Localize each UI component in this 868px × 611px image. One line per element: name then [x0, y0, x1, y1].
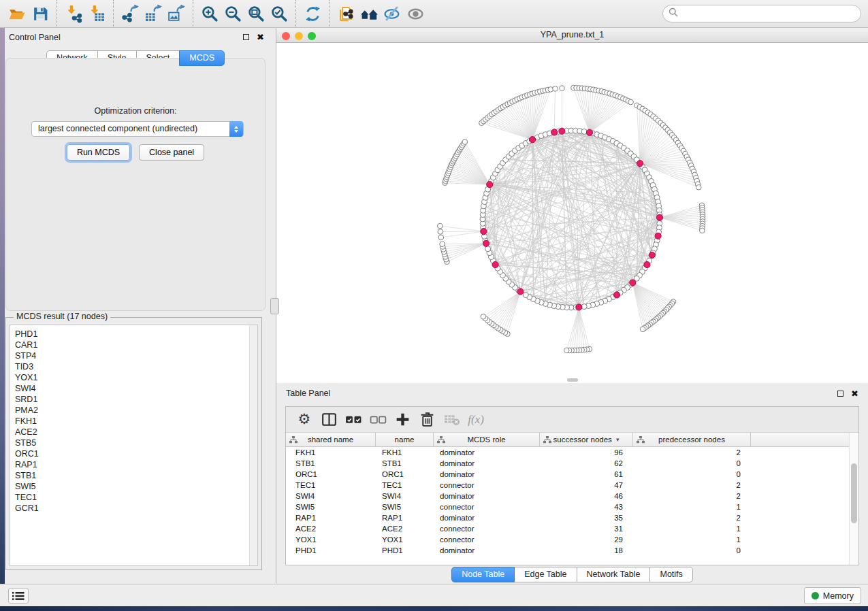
mcds-hub-node[interactable] [586, 129, 592, 135]
column-header-MCDS-role[interactable]: MCDS role [434, 433, 540, 446]
table-scrollbar[interactable] [849, 433, 858, 565]
zoom-in-icon[interactable] [198, 2, 221, 25]
mcds-hub-node[interactable] [529, 137, 535, 143]
zoom-out-icon[interactable] [221, 2, 244, 25]
table-row[interactable]: SWI5SWI5connector431 [286, 501, 849, 512]
close-table-panel-icon[interactable]: ✖ [851, 391, 858, 397]
mcds-hub-node[interactable] [481, 229, 487, 235]
import-table-icon[interactable] [85, 2, 108, 25]
export-table-icon[interactable] [142, 2, 165, 25]
mcds-hub-node[interactable] [655, 233, 661, 239]
open-folder-icon[interactable] [5, 2, 29, 25]
share-session-icon[interactable] [334, 2, 357, 25]
network-canvas[interactable] [276, 43, 868, 383]
tab-motifs[interactable]: Motifs [649, 567, 692, 582]
leaf-node[interactable] [700, 228, 705, 233]
float-panel-icon[interactable] [243, 34, 249, 40]
hide-graphics-icon[interactable] [381, 2, 404, 25]
table-scrollbar-thumb[interactable] [851, 463, 857, 523]
leaf-node[interactable] [440, 242, 445, 247]
float-table-panel-icon[interactable] [837, 391, 843, 397]
leaf-node[interactable] [481, 314, 486, 320]
mcds-result-item[interactable]: ORC1 [10, 448, 257, 459]
leaf-node[interactable] [438, 235, 444, 240]
column-header-successor-nodes[interactable]: successor nodes▾ [540, 433, 633, 446]
mcds-list-scrollbar[interactable] [249, 325, 257, 565]
leaf-node[interactable] [438, 223, 443, 229]
mcds-hub-node[interactable] [644, 261, 650, 267]
leaf-node[interactable] [462, 139, 468, 145]
task-history-button[interactable] [8, 588, 29, 604]
deselect-all-icon[interactable] [368, 410, 388, 430]
table-row[interactable]: YOX1YOX1connector291 [286, 534, 849, 545]
table-row[interactable]: FKH1FKH1dominator962 [286, 447, 849, 458]
memory-button[interactable]: Memory [804, 587, 861, 604]
mcds-hub-node[interactable] [637, 161, 643, 167]
mcds-hub-node[interactable] [656, 214, 662, 220]
leaf-node[interactable] [640, 327, 645, 332]
mcds-hub-node[interactable] [551, 129, 558, 135]
import-network-icon[interactable] [62, 2, 85, 25]
table-row[interactable]: ACE2ACE2connector311 [286, 523, 849, 534]
mcds-result-item[interactable]: STB5 [10, 437, 257, 448]
table-row[interactable]: TEC1TEC1connector472 [286, 480, 849, 491]
network-splitter-handle[interactable] [567, 378, 578, 382]
mcds-hub-node[interactable] [487, 182, 493, 188]
zoom-selected-icon[interactable] [268, 2, 291, 25]
network-graph[interactable] [276, 43, 867, 382]
column-header-shared-name[interactable]: shared name [286, 433, 376, 446]
home-icon[interactable] [357, 2, 381, 25]
table-row[interactable]: PHD1PHD1dominator180 [286, 545, 849, 556]
mcds-result-item[interactable]: TID3 [10, 361, 257, 372]
mcds-hub-node[interactable] [483, 240, 489, 246]
columns-icon[interactable] [319, 410, 339, 430]
column-header-name[interactable]: name [376, 433, 434, 446]
table-row[interactable]: ORC1ORC1dominator610 [286, 469, 849, 480]
mcds-hub-node[interactable] [576, 304, 582, 310]
tab-node-table[interactable]: Node Table [451, 567, 515, 582]
search-input[interactable] [681, 9, 855, 18]
mcds-result-item[interactable]: CAR1 [10, 340, 257, 350]
delete-icon[interactable] [417, 410, 437, 430]
refresh-icon[interactable] [301, 2, 324, 25]
mcds-hub-node[interactable] [517, 288, 524, 295]
mcds-result-item[interactable]: ACE2 [10, 427, 257, 437]
network-node[interactable] [581, 129, 587, 134]
tab-mcds[interactable]: MCDS [179, 50, 225, 66]
mcds-hub-node[interactable] [649, 252, 655, 258]
mcds-hub-node[interactable] [613, 292, 620, 298]
mcds-result-item[interactable]: FKH1 [10, 416, 257, 427]
export-network-icon[interactable] [118, 2, 142, 25]
select-all-icon[interactable] [343, 410, 364, 430]
mcds-hub-node[interactable] [492, 261, 498, 267]
table-row[interactable]: SWI4SWI4dominator462 [286, 491, 849, 501]
zoom-fit-icon[interactable] [244, 2, 268, 25]
search-box[interactable] [662, 5, 861, 22]
mcds-result-item[interactable]: YOX1 [10, 372, 257, 383]
leaf-node[interactable] [438, 229, 443, 235]
table-row[interactable]: STB1STB1dominator620 [286, 458, 849, 469]
panel-splitter-handle[interactable] [270, 298, 279, 314]
mcds-result-item[interactable]: RAP1 [10, 459, 257, 470]
leaf-node[interactable] [560, 86, 565, 91]
mcds-result-item[interactable]: STP4 [10, 350, 257, 361]
leaf-node[interactable] [696, 185, 702, 191]
export-image-icon[interactable] [165, 2, 188, 25]
close-panel-icon[interactable]: ✖ [257, 34, 264, 40]
mcds-result-item[interactable]: GCR1 [10, 503, 257, 514]
show-graphics-icon[interactable] [404, 2, 427, 25]
mcds-result-item[interactable]: PHD1 [10, 329, 257, 340]
dropdown-stepper-icon[interactable] [229, 121, 243, 137]
gear-icon[interactable]: ⚙ [294, 410, 315, 430]
leaf-node[interactable] [628, 99, 634, 105]
leaf-node[interactable] [564, 348, 570, 353]
mcds-result-item[interactable]: SRD1 [10, 394, 257, 405]
mcds-result-item[interactable]: STB1 [10, 470, 257, 481]
run-mcds-button[interactable]: Run MCDS [67, 144, 130, 161]
tab-edge-table[interactable]: Edge Table [514, 567, 577, 582]
mcds-result-item[interactable]: SWI5 [10, 481, 257, 492]
optimization-criterion-dropdown[interactable]: largest connected component (undirected) [31, 121, 244, 137]
mcds-result-item[interactable]: PMA2 [10, 405, 257, 416]
leaf-node[interactable] [553, 86, 558, 92]
network-window-titlebar[interactable]: YPA_prune.txt_1 [276, 28, 868, 43]
